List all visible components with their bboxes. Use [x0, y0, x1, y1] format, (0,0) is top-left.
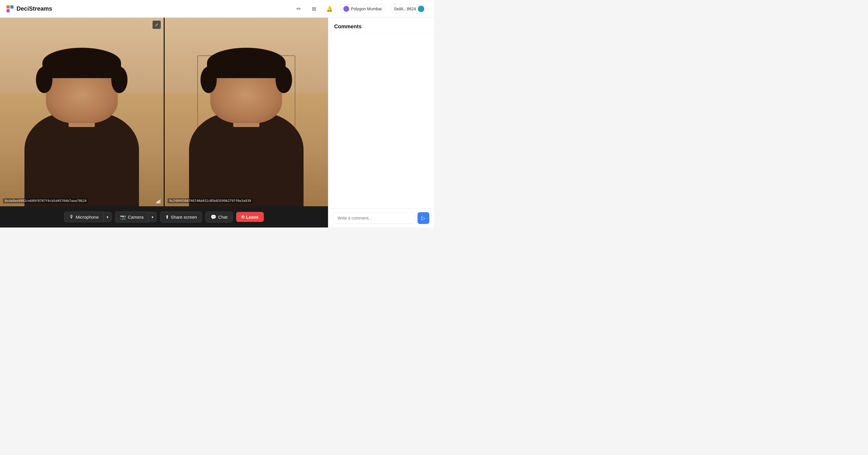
camera-group: 📷 Camera [115, 211, 156, 223]
leave-icon: ⎋ [242, 214, 244, 220]
comment-input[interactable] [333, 212, 415, 224]
network-dot-icon [343, 6, 349, 12]
network-badge[interactable]: Polygon Mumbai [340, 4, 385, 13]
video-area: 0xda0ae9002ce609f8707f4cb5d45704b7aaa786… [0, 18, 328, 227]
share-screen-icon: ⬆ [165, 214, 169, 220]
main-content: 0xda0ae9002ce609f8707f4cb5d45704b7aaa786… [0, 18, 434, 227]
chevron-down-icon [106, 215, 108, 219]
camera-dropdown[interactable] [148, 212, 157, 222]
camera-icon: 📷 [120, 214, 126, 220]
camera-button[interactable]: 📷 Camera [115, 211, 148, 223]
edit-button[interactable] [293, 3, 304, 14]
comments-sidebar: Comments ▷ [328, 18, 434, 227]
camera-label: Camera [128, 215, 144, 220]
add-stream-button[interactable] [309, 3, 319, 14]
chat-label: Chat [218, 215, 227, 220]
signal-icon [156, 199, 161, 203]
comments-footer: ▷ [328, 208, 434, 227]
logo-icon [6, 5, 14, 13]
wallet-badge[interactable]: 0xdA...8624 [390, 4, 428, 13]
edit-icon [297, 5, 301, 12]
leave-button[interactable]: ⎋ Leave [236, 212, 264, 222]
svg-rect-3 [10, 5, 13, 8]
logo-text: DeciStreams [17, 5, 52, 12]
comments-header: Comments [328, 18, 434, 33]
microphone-button[interactable]: 🎙 Microphone [64, 211, 103, 222]
video-label-1: 0xda0ae9002ce609f8707f4cb5d45704b7aaa786… [3, 198, 88, 203]
network-label: Polygon Mumbai [351, 6, 381, 11]
mic-icon: 🎙 [69, 214, 74, 220]
chevron-down-icon-2 [152, 215, 153, 219]
video-panel-2: 0x2484930A74674AA452cB5b83599A2797f0e3a9… [164, 18, 328, 206]
share-screen-button[interactable]: ⬆ Share screen [160, 211, 202, 223]
video-panel-1: 0xda0ae9002ce609f8707f4cb5d45704b7aaa786… [0, 18, 164, 206]
app-header: DeciStreams Polygon Mumbai 0xdA...8624 [0, 0, 434, 18]
svg-point-4 [345, 7, 348, 10]
controls-bar: 🎙 Microphone 📷 Camera ⬆ [0, 206, 328, 227]
video-label-2: 0x2484930A74674AA452cB5b83599A2797f0e3a9… [167, 198, 253, 203]
notifications-button[interactable] [324, 3, 335, 14]
plus-icon [312, 5, 316, 12]
svg-rect-2 [6, 9, 10, 12]
share-screen-label: Share screen [171, 215, 197, 220]
leave-label: Leave [246, 215, 259, 220]
expand-icon [155, 22, 158, 27]
microphone-group: 🎙 Microphone [64, 211, 112, 222]
chat-button[interactable]: 💬 Chat [206, 211, 232, 223]
video-grid: 0xda0ae9002ce609f8707f4cb5d45704b7aaa786… [0, 18, 328, 206]
send-comment-button[interactable]: ▷ [417, 212, 429, 224]
header-actions: Polygon Mumbai 0xdA...8624 [293, 3, 428, 14]
comments-body [328, 33, 434, 208]
microphone-label: Microphone [76, 215, 99, 220]
microphone-dropdown[interactable] [103, 212, 112, 222]
expand-button[interactable] [153, 21, 161, 29]
svg-rect-1 [6, 5, 10, 8]
bell-icon [326, 5, 333, 12]
wallet-label: 0xdA...8624 [394, 6, 416, 11]
wallet-avatar [418, 6, 424, 12]
chat-icon: 💬 [211, 214, 216, 220]
logo: DeciStreams [6, 5, 52, 13]
comments-title: Comments [334, 24, 428, 30]
send-icon: ▷ [421, 215, 426, 221]
